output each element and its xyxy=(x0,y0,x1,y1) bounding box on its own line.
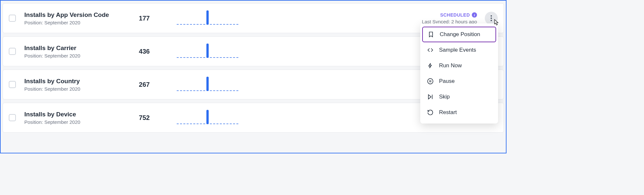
row-title: Installs by Country xyxy=(24,78,128,85)
row-count: 752 xyxy=(128,114,161,122)
info-icon[interactable]: i xyxy=(472,12,477,18)
position-label: Position: xyxy=(24,20,43,25)
menu-run-now[interactable]: Run Now xyxy=(420,58,498,73)
row-title-block: Installs by Carrier Position: September … xyxy=(24,45,128,58)
sparkline xyxy=(177,75,238,94)
svg-point-0 xyxy=(428,79,433,84)
sparkline xyxy=(177,108,238,127)
row-title-block: Installs by App Version Code Position: S… xyxy=(24,11,128,25)
row-checkbox[interactable] xyxy=(9,114,16,121)
row-title-block: Installs by Device Position: September 2… xyxy=(24,111,128,125)
menu-pause[interactable]: Pause xyxy=(420,73,498,89)
position-value: September 2020 xyxy=(44,86,80,92)
menu-label: Run Now xyxy=(439,62,462,69)
position-label: Position: xyxy=(24,86,43,92)
position-value: September 2020 xyxy=(44,53,80,58)
row-title: Installs by Carrier xyxy=(24,45,128,52)
menu-label: Pause xyxy=(439,78,455,84)
bookmark-icon xyxy=(427,31,435,38)
code-icon xyxy=(427,46,434,54)
row-subtitle: Position: September 2020 xyxy=(24,119,128,125)
sparkline xyxy=(177,8,238,28)
row-subtitle: Position: September 2020 xyxy=(24,53,128,58)
row-count: 267 xyxy=(128,81,161,88)
position-label: Position: xyxy=(24,53,43,58)
menu-skip[interactable]: Skip xyxy=(420,89,498,105)
row-checkbox[interactable] xyxy=(9,15,16,22)
sparkline xyxy=(177,42,238,61)
position-label: Position: xyxy=(24,119,43,125)
pause-icon xyxy=(427,78,434,85)
row-count: 177 xyxy=(128,15,161,22)
row-subtitle: Position: September 2020 xyxy=(24,86,128,92)
position-value: September 2020 xyxy=(44,119,80,125)
menu-restart[interactable]: Restart xyxy=(420,105,498,120)
row-count: 436 xyxy=(128,48,161,55)
more-button[interactable] xyxy=(485,12,498,25)
menu-label: Restart xyxy=(439,109,457,116)
menu-sample-events[interactable]: Sample Events xyxy=(420,42,498,58)
row-checkbox[interactable] xyxy=(9,48,16,55)
menu-change-position[interactable]: Change Position xyxy=(422,27,496,42)
row-title-block: Installs by Country Position: September … xyxy=(24,78,128,92)
row-checkbox[interactable] xyxy=(9,81,16,88)
position-value: September 2020 xyxy=(44,20,80,25)
row-actions-menu: Change Position Sample Events Run Now Pa… xyxy=(420,23,498,124)
menu-label: Change Position xyxy=(440,31,480,38)
status-block: SCHEDULED i Last Synced: 2 hours ago xyxy=(422,12,477,24)
status-badge: SCHEDULED xyxy=(440,12,470,18)
menu-label: Sample Events xyxy=(439,47,476,53)
skip-icon xyxy=(427,93,434,100)
row-subtitle: Position: September 2020 xyxy=(24,20,128,25)
row-title: Installs by Device xyxy=(24,111,128,118)
restart-icon xyxy=(427,109,434,116)
menu-label: Skip xyxy=(439,94,450,100)
lightning-icon xyxy=(427,62,434,69)
row-title: Installs by App Version Code xyxy=(24,11,128,19)
